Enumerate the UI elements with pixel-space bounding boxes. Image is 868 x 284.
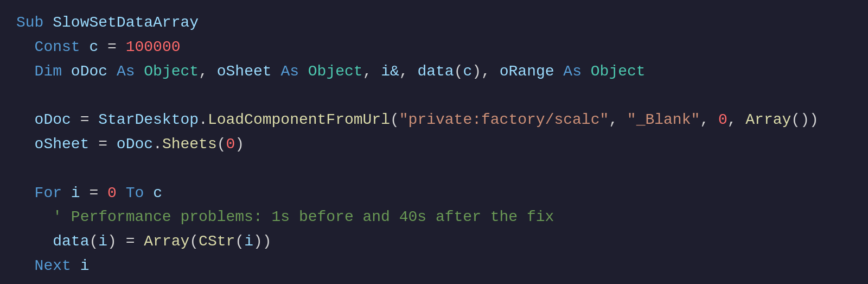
code-line-9: ' Performance problems: 1s before and 40… bbox=[16, 205, 852, 230]
code-line-2: Const c = 100000 bbox=[16, 35, 852, 60]
code-line-3: Dim oDoc As Object, oSheet As Object, i&… bbox=[16, 60, 852, 84]
code-line-4 bbox=[16, 84, 852, 108]
code-line-12 bbox=[16, 279, 852, 284]
code-line-6: oSheet = oDoc.Sheets(0) bbox=[16, 132, 852, 157]
code-block: Sub SlowSetDataArray Const c = 100000 Di… bbox=[0, 0, 868, 284]
code-line-5: oDoc = StarDesktop.LoadComponentFromUrl(… bbox=[16, 108, 852, 132]
code-line-10: data(i) = Array(CStr(i)) bbox=[16, 230, 852, 254]
code-line-1: Sub SlowSetDataArray bbox=[16, 11, 852, 35]
code-line-8: For i = 0 To c bbox=[16, 181, 852, 206]
code-line-11: Next i bbox=[16, 254, 852, 279]
code-line-7 bbox=[16, 157, 852, 181]
